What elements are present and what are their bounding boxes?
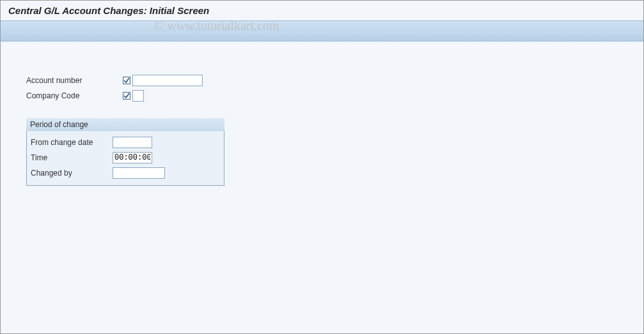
- period-of-change-content: From change date Time Changed by: [31, 135, 220, 180]
- page-title: Central G/L Account Changes: Initial Scr…: [1, 1, 643, 21]
- account-number-row: Account number: [26, 73, 643, 87]
- changed-by-input[interactable]: [113, 167, 165, 179]
- time-input[interactable]: [113, 152, 152, 163]
- application-toolbar: [1, 21, 643, 42]
- from-change-date-input[interactable]: [113, 137, 152, 148]
- company-code-label: Company Code: [26, 91, 122, 100]
- changed-by-row: Changed by: [31, 166, 220, 180]
- period-of-change-title: Period of change: [26, 118, 224, 131]
- from-change-date-label: From change date: [31, 138, 113, 147]
- account-number-input[interactable]: [132, 75, 203, 86]
- company-code-row: Company Code: [26, 89, 643, 103]
- from-change-date-row: From change date: [31, 135, 220, 149]
- time-row: Time: [31, 151, 220, 165]
- required-check-icon: [122, 91, 131, 100]
- account-number-label: Account number: [26, 76, 122, 85]
- period-of-change-group: Period of change From change date Time C…: [26, 118, 224, 186]
- page-title-text: Central G/L Account Changes: Initial Scr…: [8, 5, 209, 16]
- company-code-input[interactable]: [132, 90, 144, 102]
- required-check-icon: [122, 76, 131, 85]
- changed-by-label: Changed by: [31, 169, 113, 178]
- time-label: Time: [31, 153, 113, 162]
- content-area: Account number Company Code Period of ch…: [1, 42, 643, 186]
- selection-fields: Account number Company Code: [26, 73, 643, 103]
